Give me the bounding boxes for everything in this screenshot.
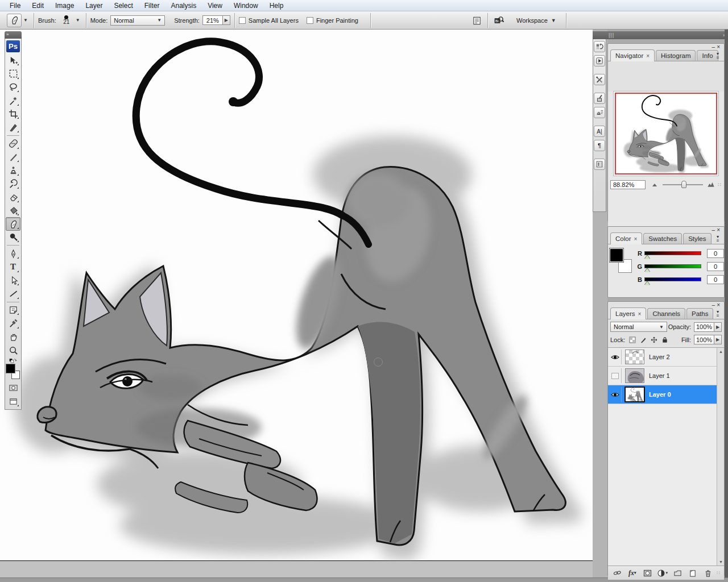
healing-brush-tool[interactable] — [6, 137, 20, 151]
paragraph-panel-icon[interactable]: ¶ — [594, 140, 605, 151]
menu-window[interactable]: Window — [229, 1, 263, 11]
actions-panel-icon[interactable] — [594, 55, 605, 66]
gradient-tool[interactable] — [6, 204, 20, 218]
smudge-tool[interactable] — [6, 217, 20, 231]
lock-transparency-icon[interactable] — [628, 336, 636, 344]
link-layers-icon[interactable] — [611, 568, 623, 578]
quick-mask-button[interactable] — [6, 381, 20, 395]
tab-layers[interactable]: Layers× — [610, 307, 646, 319]
blue-slider[interactable] — [644, 277, 701, 281]
menu-analysis[interactable]: Analysis — [166, 1, 201, 11]
fill-input[interactable]: 100% — [694, 335, 714, 344]
pen-tool[interactable] — [6, 247, 20, 260]
layers-scrollbar[interactable]: ▲ ▼ — [717, 348, 724, 566]
navigator-zoom-input[interactable]: 88.82% — [610, 180, 646, 189]
layer-row-layer2[interactable]: Layer 2 — [608, 348, 717, 367]
tab-channels[interactable]: Channels — [647, 308, 685, 319]
tab-navigator[interactable]: Navigator× — [610, 49, 655, 61]
crop-tool[interactable] — [6, 107, 20, 121]
history-panel-icon[interactable] — [594, 41, 605, 52]
menu-image[interactable]: Image — [50, 1, 79, 11]
menu-edit[interactable]: Edit — [27, 1, 49, 11]
menu-filter[interactable]: Filter — [139, 1, 165, 11]
red-value-input[interactable]: 0 — [707, 249, 724, 258]
green-value-input[interactable]: 0 — [707, 262, 724, 271]
tab-styles[interactable]: Styles — [683, 233, 711, 244]
slider-thumb-icon[interactable] — [644, 255, 650, 259]
scroll-up-icon[interactable]: ▲ — [718, 348, 724, 355]
layer-thumbnail[interactable] — [625, 350, 644, 364]
zoom-tool[interactable] — [6, 343, 20, 357]
workspace-dropdown[interactable]: Workspace ▼ — [514, 15, 559, 26]
brush-picker[interactable]: 21 — [59, 15, 74, 25]
panel-menu-icon[interactable]: ▾≡ — [713, 310, 722, 318]
slice-tool[interactable] — [6, 120, 20, 134]
eyedropper-tool[interactable] — [6, 317, 20, 330]
green-slider[interactable] — [644, 264, 701, 268]
clone-stamp-tool[interactable] — [6, 164, 20, 177]
panel-dock-header[interactable]: ||| » — [593, 31, 728, 39]
lock-position-icon[interactable] — [650, 336, 658, 344]
zoom-slider-thumb[interactable] — [681, 181, 686, 188]
opacity-input[interactable]: 100% — [694, 322, 714, 332]
resize-grip-icon[interactable]: ∷ — [717, 570, 721, 576]
lock-all-icon[interactable] — [660, 336, 669, 344]
lock-pixels-icon[interactable] — [639, 336, 647, 344]
layer-comps-panel-icon[interactable] — [594, 159, 605, 170]
tab-swatches[interactable]: Swatches — [643, 233, 682, 244]
opacity-slider-button[interactable]: ▶ — [714, 322, 722, 332]
strength-input[interactable]: 21% — [202, 15, 223, 25]
line-tool[interactable] — [6, 287, 20, 301]
tab-color[interactable]: Color× — [610, 232, 642, 244]
strength-slider-button[interactable]: ▶ — [223, 15, 230, 25]
notes-tool[interactable] — [6, 304, 20, 317]
scroll-down-icon[interactable]: ▼ — [718, 559, 724, 565]
tab-histogram[interactable]: Histogram — [656, 50, 696, 61]
tool-preset-arrow-icon[interactable]: ▼ — [23, 18, 28, 23]
tool-preset-picker[interactable] — [7, 14, 22, 27]
red-slider[interactable] — [644, 251, 701, 255]
burn-tool[interactable] — [6, 231, 20, 244]
palette-well-button[interactable] — [470, 14, 483, 27]
quick-selection-tool[interactable] — [6, 94, 20, 107]
layer-style-fx-icon[interactable]: fx▾ — [626, 568, 638, 578]
hand-tool[interactable] — [6, 330, 20, 344]
brush-tool[interactable] — [6, 151, 20, 164]
menu-layer[interactable]: Layer — [80, 1, 107, 11]
layer-name[interactable]: Layer 1 — [649, 372, 670, 379]
document-canvas[interactable] — [0, 30, 593, 561]
character-panel-icon[interactable]: A| — [594, 126, 605, 137]
layer-name[interactable]: Layer 0 — [649, 391, 671, 398]
lasso-tool[interactable] — [6, 81, 20, 94]
slider-thumb-icon[interactable] — [644, 268, 650, 272]
clone-source-panel-icon[interactable] — [594, 107, 605, 118]
brush-picker-arrow-icon[interactable]: ▼ — [76, 18, 80, 23]
close-tab-icon[interactable]: × — [646, 53, 650, 59]
finger-painting-checkbox[interactable]: Finger Painting — [307, 17, 358, 24]
panel-menu-icon[interactable]: ▾≡ — [713, 235, 722, 243]
navigator-zoom-slider[interactable] — [663, 184, 703, 185]
swap-colors-icon[interactable] — [6, 357, 20, 363]
menu-file[interactable]: File — [5, 1, 26, 11]
screen-mode-button[interactable] — [6, 395, 20, 409]
resize-grip-icon[interactable]: ∷ — [718, 182, 722, 188]
tools-palette-header[interactable]: » — [5, 31, 22, 39]
visibility-toggle[interactable] — [609, 368, 622, 383]
add-layer-mask-icon[interactable] — [642, 568, 653, 578]
new-group-icon[interactable] — [672, 568, 683, 578]
blend-mode-dropdown[interactable]: Normal ▼ — [610, 322, 667, 332]
foreground-color-swatch[interactable] — [6, 364, 15, 373]
tool-presets-panel-icon[interactable] — [594, 74, 605, 85]
new-layer-icon[interactable] — [686, 568, 698, 578]
bridge-button[interactable] — [492, 14, 506, 27]
panel-menu-icon[interactable]: ▾≡ — [713, 52, 722, 60]
delete-layer-icon[interactable] — [702, 568, 713, 578]
layer-thumbnail[interactable] — [625, 387, 644, 402]
menu-select[interactable]: Select — [109, 1, 138, 11]
visibility-toggle[interactable] — [609, 387, 622, 402]
type-tool[interactable]: T — [6, 260, 20, 274]
brushes-panel-icon[interactable] — [594, 93, 605, 104]
navigator-proxy-preview[interactable] — [614, 92, 718, 176]
layer-row-layer1[interactable]: Layer 1 — [608, 367, 717, 385]
zoom-in-icon[interactable] — [706, 181, 715, 189]
